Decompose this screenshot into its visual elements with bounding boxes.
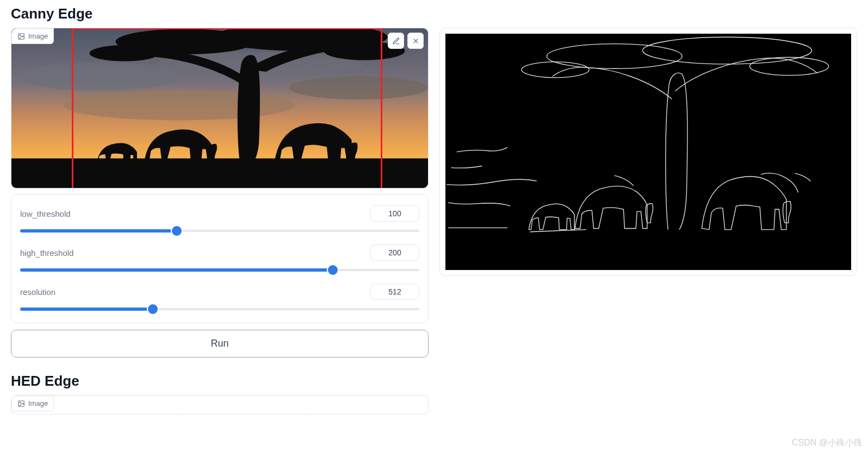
slider-track[interactable] bbox=[20, 305, 419, 313]
slider-track[interactable] bbox=[20, 266, 419, 274]
edit-button[interactable] bbox=[388, 33, 404, 49]
slider-label: resolution bbox=[20, 287, 55, 297]
slider-low_threshold: low_threshold100 bbox=[20, 205, 419, 235]
slider-track[interactable] bbox=[20, 227, 419, 235]
image-tab-label: Image bbox=[28, 32, 48, 40]
clear-button[interactable] bbox=[407, 33, 424, 49]
canny-row: Image low_threshold100high_threshold200r… bbox=[11, 28, 857, 357]
image-tab-label: Image bbox=[28, 399, 48, 407]
slider-fill bbox=[20, 229, 177, 233]
slider-fill bbox=[20, 268, 333, 272]
slider-value[interactable]: 100 bbox=[370, 205, 419, 222]
slider-thumb[interactable] bbox=[148, 304, 158, 314]
canny-input-image[interactable] bbox=[11, 28, 428, 188]
close-icon bbox=[412, 37, 420, 45]
run-button[interactable]: Run bbox=[11, 330, 429, 357]
slider-high_threshold: high_threshold200 bbox=[20, 244, 419, 274]
svg-rect-7 bbox=[11, 159, 428, 188]
svg-point-1 bbox=[20, 35, 21, 36]
svg-point-3 bbox=[17, 62, 179, 91]
svg-point-10 bbox=[90, 45, 159, 61]
image-icon bbox=[17, 400, 25, 407]
svg-point-18 bbox=[20, 402, 21, 403]
slider-resolution: resolution512 bbox=[20, 284, 419, 313]
hed-input-image-panel[interactable]: Image bbox=[11, 395, 429, 415]
svg-point-5 bbox=[289, 76, 428, 99]
hed-title: HED Edge bbox=[11, 373, 857, 390]
slider-thumb[interactable] bbox=[328, 265, 338, 275]
slider-thumb[interactable] bbox=[172, 226, 182, 236]
canny-input-image-panel[interactable]: Image bbox=[11, 28, 429, 189]
slider-value[interactable]: 200 bbox=[370, 244, 419, 261]
image-tab: Image bbox=[11, 395, 54, 411]
canny-output-panel bbox=[439, 28, 857, 276]
slider-label: low_threshold bbox=[20, 209, 71, 218]
canny-title: Canny Edge bbox=[11, 5, 857, 22]
slider-value[interactable]: 512 bbox=[370, 284, 419, 300]
sliders-panel: low_threshold100high_threshold200resolut… bbox=[11, 194, 429, 323]
image-tab: Image bbox=[11, 28, 54, 44]
slider-label: high_threshold bbox=[20, 248, 73, 258]
svg-rect-12 bbox=[445, 34, 851, 270]
slider-fill bbox=[20, 307, 153, 311]
pencil-icon bbox=[392, 37, 400, 45]
svg-point-6 bbox=[64, 90, 295, 120]
canny-output-image bbox=[445, 34, 851, 270]
image-icon bbox=[17, 33, 25, 40]
